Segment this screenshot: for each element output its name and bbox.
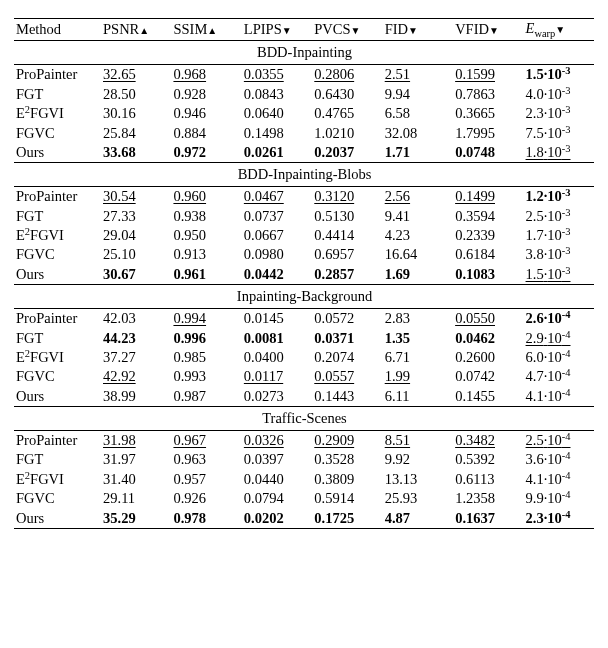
cell-lpips: 0.0261: [242, 143, 312, 163]
col-psnr: PSNR▲: [101, 19, 171, 41]
cell-ssim: 0.994: [171, 309, 241, 329]
cell-method: ProPainter: [14, 309, 101, 329]
cell-fid: 4.23: [383, 226, 453, 245]
col-ssim: SSIM▲: [171, 19, 241, 41]
cell-method: FGT: [14, 207, 101, 226]
cell-pvcs: 0.6957: [312, 245, 382, 264]
cell-vfid: 0.0742: [453, 367, 523, 386]
col-method: Method: [14, 19, 101, 41]
cell-psnr: 37.27: [101, 348, 171, 367]
cell-vfid: 0.1499: [453, 187, 523, 207]
cell-ssim: 0.961: [171, 265, 241, 285]
cell-ewarp: 2.6·10-4: [524, 309, 594, 329]
cell-vfid: 0.3665: [453, 104, 523, 123]
cell-pvcs: 0.3120: [312, 187, 382, 207]
cell-pvcs: 1.0210: [312, 123, 382, 142]
table-row: FGT27.330.9380.07370.51309.410.35942.5·1…: [14, 207, 594, 226]
cell-ewarp: 4.0·10-3: [524, 85, 594, 104]
cell-pvcs: 0.2857: [312, 265, 382, 285]
cell-ewarp: 2.3·10-3: [524, 104, 594, 123]
cell-pvcs: 0.5130: [312, 207, 382, 226]
cell-fid: 13.13: [383, 470, 453, 489]
cell-fid: 2.56: [383, 187, 453, 207]
cell-lpips: 0.0273: [242, 387, 312, 407]
cell-pvcs: 0.2037: [312, 143, 382, 163]
cell-fid: 6.71: [383, 348, 453, 367]
cell-lpips: 0.0355: [242, 65, 312, 85]
cell-ssim: 0.996: [171, 328, 241, 347]
cell-pvcs: 0.0371: [312, 328, 382, 347]
cell-psnr: 29.04: [101, 226, 171, 245]
cell-ewarp: 1.7·10-3: [524, 226, 594, 245]
cell-vfid: 0.0462: [453, 328, 523, 347]
cell-psnr: 31.97: [101, 450, 171, 469]
cell-pvcs: 0.2074: [312, 348, 382, 367]
cell-ewarp: 4.7·10-4: [524, 367, 594, 386]
table-row: FGT28.500.9280.08430.64309.940.78634.0·1…: [14, 85, 594, 104]
cell-ewarp: 2.9·10-4: [524, 328, 594, 347]
cell-pvcs: 0.2909: [312, 430, 382, 450]
cell-ewarp: 9.9·10-4: [524, 489, 594, 508]
cell-psnr: 30.67: [101, 265, 171, 285]
cell-lpips: 0.0794: [242, 489, 312, 508]
cell-method: E2FGVI: [14, 348, 101, 367]
cell-fid: 9.92: [383, 450, 453, 469]
cell-lpips: 0.0440: [242, 470, 312, 489]
cell-psnr: 42.92: [101, 367, 171, 386]
section-title: BDD-Inpainting: [14, 41, 594, 65]
cell-pvcs: 0.3528: [312, 450, 382, 469]
cell-psnr: 25.10: [101, 245, 171, 264]
cell-method: ProPainter: [14, 430, 101, 450]
table-row: E2FGVI31.400.9570.04400.380913.130.61134…: [14, 470, 594, 489]
cell-psnr: 30.16: [101, 104, 171, 123]
cell-ssim: 0.993: [171, 367, 241, 386]
cell-psnr: 42.03: [101, 309, 171, 329]
cell-ssim: 0.928: [171, 85, 241, 104]
table-row: Ours35.290.9780.02020.17254.870.16372.3·…: [14, 508, 594, 528]
section-header: BDD-Inpainting: [14, 41, 594, 65]
cell-vfid: 0.2600: [453, 348, 523, 367]
table-row: E2FGVI29.040.9500.06670.44144.230.23391.…: [14, 226, 594, 245]
cell-vfid: 0.3594: [453, 207, 523, 226]
cell-lpips: 0.0397: [242, 450, 312, 469]
cell-fid: 1.99: [383, 367, 453, 386]
cell-method: Ours: [14, 387, 101, 407]
cell-psnr: 44.23: [101, 328, 171, 347]
table-row: FGVC25.100.9130.09800.695716.640.61843.8…: [14, 245, 594, 264]
cell-method: Ours: [14, 508, 101, 528]
cell-lpips: 0.0400: [242, 348, 312, 367]
section-title: Traffic-Scenes: [14, 406, 594, 430]
cell-psnr: 30.54: [101, 187, 171, 207]
cell-ewarp: 4.1·10-4: [524, 470, 594, 489]
cell-pvcs: 0.3809: [312, 470, 382, 489]
cell-fid: 6.11: [383, 387, 453, 407]
table-row: E2FGVI30.160.9460.06400.47656.580.36652.…: [14, 104, 594, 123]
cell-pvcs: 0.1725: [312, 508, 382, 528]
cell-method: FGVC: [14, 367, 101, 386]
cell-fid: 4.87: [383, 508, 453, 528]
down-icon: ▼: [282, 25, 292, 36]
cell-pvcs: 0.0557: [312, 367, 382, 386]
table-row: FGVC25.840.8840.14981.021032.081.79957.5…: [14, 123, 594, 142]
cell-ewarp: 2.3·10-4: [524, 508, 594, 528]
cell-lpips: 0.0737: [242, 207, 312, 226]
cell-ssim: 0.913: [171, 245, 241, 264]
cell-lpips: 0.0980: [242, 245, 312, 264]
results-table: Method PSNR▲ SSIM▲ LPIPS▼ PVCS▼ FID▼ VFI…: [14, 18, 594, 529]
table-row: FGT44.230.9960.00810.03711.350.04622.9·1…: [14, 328, 594, 347]
col-ewarp: Ewarp▼: [524, 19, 594, 41]
cell-lpips: 0.0640: [242, 104, 312, 123]
cell-ssim: 0.972: [171, 143, 241, 163]
cell-fid: 32.08: [383, 123, 453, 142]
cell-ssim: 0.968: [171, 65, 241, 85]
cell-lpips: 0.0145: [242, 309, 312, 329]
cell-fid: 1.71: [383, 143, 453, 163]
cell-fid: 2.51: [383, 65, 453, 85]
col-vfid: VFID▼: [453, 19, 523, 41]
cell-psnr: 38.99: [101, 387, 171, 407]
cell-psnr: 28.50: [101, 85, 171, 104]
cell-psnr: 31.98: [101, 430, 171, 450]
cell-ewarp: 2.5·10-4: [524, 430, 594, 450]
cell-fid: 9.94: [383, 85, 453, 104]
table-row: FGVC29.110.9260.07940.591425.931.23589.9…: [14, 489, 594, 508]
